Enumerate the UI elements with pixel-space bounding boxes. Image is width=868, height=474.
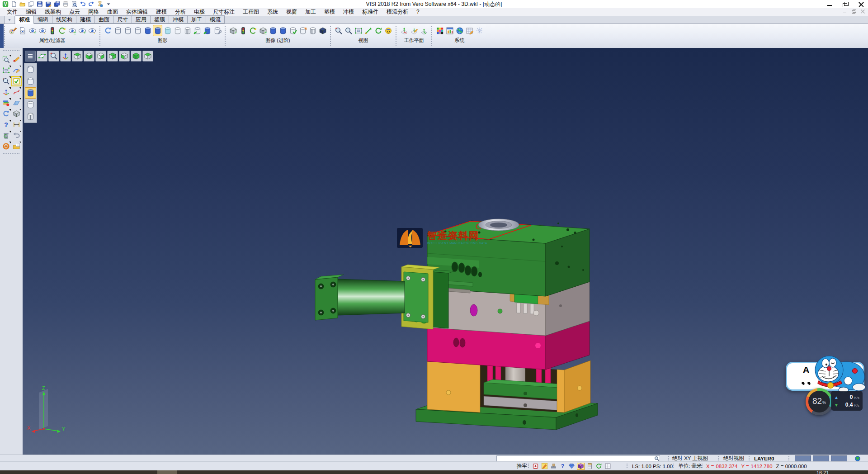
dashed-hidden-mode-icon[interactable]: [133, 25, 142, 36]
menu-item-7[interactable]: 实体编辑: [122, 8, 152, 16]
viewport-3d[interactable]: 智造资料网 INTELLIGENT MANUFACTURING DATA Z X…: [23, 48, 868, 455]
layer-swatch-1[interactable]: [795, 455, 811, 461]
grid-plane-icon[interactable]: [11, 98, 22, 108]
color-table-icon[interactable]: [435, 25, 444, 36]
display-hidden-icon[interactable]: [25, 76, 36, 87]
snap-lock-icon[interactable]: [532, 463, 539, 470]
menu-item-9[interactable]: 分析: [171, 8, 190, 16]
menu-item-8[interactable]: 建模: [152, 8, 171, 16]
sidebar-drag-handle[interactable]: [3, 50, 19, 52]
display-flat-icon[interactable]: [25, 99, 36, 110]
search-box[interactable]: [496, 455, 660, 462]
transparent-mode-icon[interactable]: [163, 25, 172, 36]
shaded-mode-icon[interactable]: [143, 25, 152, 36]
active-layer-label[interactable]: LAYER0: [754, 455, 774, 462]
hide-all-icon[interactable]: -: [87, 25, 97, 36]
menu-item-13[interactable]: 系统: [263, 8, 282, 16]
menu-item-14[interactable]: 视窗: [282, 8, 301, 16]
menu-item-19[interactable]: 模流分析: [382, 8, 412, 16]
attributes-document-icon[interactable]: [18, 25, 27, 36]
history-icon[interactable]: [96, 0, 104, 8]
shaded-cube-icon[interactable]: [577, 463, 585, 470]
new-document-icon[interactable]: [10, 0, 18, 8]
tab-编辑[interactable]: 编辑: [34, 15, 52, 24]
tab-加工[interactable]: 加工: [188, 15, 206, 24]
dark-shading-icon[interactable]: [318, 25, 327, 36]
zoom-solids-icon[interactable]: [344, 25, 353, 36]
performance-gauge[interactable]: 82 %: [806, 388, 833, 415]
move-axes-icon[interactable]: [1, 87, 11, 97]
delete-trash-icon[interactable]: [1, 130, 11, 141]
view-right-icon[interactable]: [95, 51, 106, 62]
workplane-icon[interactable]: [399, 25, 409, 36]
stamp-icon[interactable]: [550, 463, 557, 470]
view-left-icon[interactable]: [119, 51, 130, 62]
measure-distance-icon[interactable]: [11, 119, 22, 130]
delete-entity-icon[interactable]: [11, 54, 22, 65]
refresh-visibility-icon[interactable]: [57, 25, 67, 36]
network-speed-widget[interactable]: ▲ 0 K/s ▼ 0.4 K/s: [831, 391, 863, 411]
hide-entities-icon[interactable]: -: [38, 25, 47, 36]
menu-item-11[interactable]: 尺寸标注: [209, 8, 239, 16]
view-menu-icon[interactable]: [25, 51, 36, 62]
save-all-icon[interactable]: [53, 0, 61, 8]
view-top-icon[interactable]: [72, 51, 83, 62]
view-iso-icon[interactable]: [131, 51, 142, 62]
validate-solid-icon[interactable]: [288, 25, 297, 36]
redo-icon[interactable]: [87, 0, 95, 8]
layer-swatch-3[interactable]: [831, 455, 847, 461]
scene-3d[interactable]: 智造资料网 INTELLIGENT MANUFACTURING DATA Z X…: [23, 48, 868, 455]
menu-item-12[interactable]: 工程图: [239, 8, 263, 16]
zoom-window-icon[interactable]: ±: [1, 76, 11, 86]
save-as-icon[interactable]: [44, 0, 52, 8]
dynamic-view-icon[interactable]: [363, 25, 373, 36]
windows-taskbar[interactable]: 16:21: [0, 470, 868, 474]
regen-view-icon[interactable]: [1, 109, 11, 119]
navigator-wheel-icon[interactable]: [1, 141, 11, 152]
view-zoom-icon[interactable]: +: [48, 51, 59, 62]
tab-应用[interactable]: 应用: [132, 15, 151, 24]
tab-dropdown-icon[interactable]: [5, 16, 14, 24]
render-view-icon[interactable]: [383, 25, 393, 36]
tab-尺寸[interactable]: 尺寸: [113, 15, 132, 24]
visi-logo-icon[interactable]: V: [1, 0, 9, 8]
absolute-view-label[interactable]: 绝对视图: [723, 455, 744, 462]
rotate-view-icon[interactable]: [373, 25, 383, 36]
edit-curve-icon[interactable]: [11, 65, 22, 76]
tab-标准[interactable]: 标准: [15, 15, 34, 24]
help-mode-icon[interactable]: ?: [1, 119, 11, 130]
copy-graphics-icon[interactable]: [193, 25, 202, 36]
view-bottom-icon[interactable]: [84, 51, 94, 62]
context-help-icon[interactable]: ?: [559, 463, 566, 470]
export-folder-icon[interactable]: [11, 141, 22, 152]
sidebar-drag-handle-2[interactable]: [3, 153, 19, 156]
title-bar[interactable]: V VISI 2018 R2 from Vero Software x64 - …: [0, 0, 868, 9]
update-solids-icon[interactable]: [248, 25, 258, 36]
child-minimize-icon[interactable]: [843, 9, 847, 14]
view-iso2-icon[interactable]: [142, 51, 153, 62]
menu-item-16[interactable]: 塑模: [320, 8, 339, 16]
solids-visibility-icon[interactable]: [238, 25, 248, 36]
zoom-all-icon[interactable]: +: [334, 25, 343, 36]
toolbar-grip[interactable]: [0, 24, 4, 48]
insert-file-icon[interactable]: [27, 0, 35, 8]
statistics-icon[interactable]: [445, 25, 454, 36]
regenerate-icon[interactable]: [103, 25, 113, 36]
viewports-grid-icon[interactable]: [604, 463, 612, 470]
view-plane-icon[interactable]: [37, 51, 47, 62]
system-settings-icon[interactable]: [455, 25, 464, 36]
shaded-edges-mode-icon[interactable]: [153, 25, 162, 36]
view-corner-icon[interactable]: [107, 51, 118, 62]
align-workplane-icon[interactable]: [419, 25, 429, 36]
toggle-solids-icon[interactable]: ±: [258, 25, 268, 36]
restore-icon[interactable]: [843, 2, 849, 7]
lock-label[interactable]: 拴牢: [517, 462, 527, 470]
confirm-selection-icon[interactable]: [11, 76, 22, 86]
show-entities-icon[interactable]: +: [28, 25, 37, 36]
menu-item-4[interactable]: 点云: [65, 8, 84, 16]
save-icon[interactable]: [36, 0, 43, 8]
profile-gem-icon[interactable]: [568, 463, 576, 470]
zoom-scale-icon[interactable]: [354, 25, 363, 36]
tab-模流[interactable]: 模流: [206, 15, 225, 24]
view-axes-icon[interactable]: [60, 51, 71, 62]
